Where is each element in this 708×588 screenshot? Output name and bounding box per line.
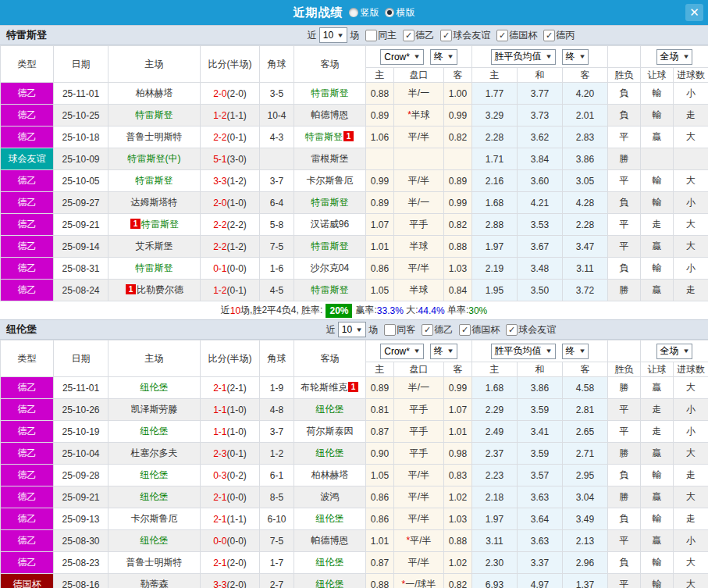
avg-draw-cell: 3.59 [518, 399, 563, 421]
home-team-name: 卡尔斯鲁厄 [131, 513, 178, 524]
odds-home-cell: 0.86 [366, 258, 394, 280]
sub-column-header-0: 主 [366, 362, 394, 377]
same-venue-checkbox[interactable]: 同客 [380, 323, 415, 337]
result-wdl-cell: 負 [608, 508, 641, 530]
dropdown-arrow-icon: ▼ [545, 53, 553, 60]
home-team-cell: 凯泽斯劳滕 [109, 399, 201, 421]
avg-final-select[interactable]: 终▼ [562, 49, 589, 65]
avg-odds-select-value: 胜平负均值 [495, 50, 542, 63]
odds-home-cell: 1.05 [366, 465, 394, 486]
corners-cell: 3-7 [260, 421, 294, 443]
league-filter-checkbox-3[interactable]: ✓德丙 [539, 29, 575, 42]
away-team-cell: 波鸿 [294, 486, 366, 508]
home-team-name: 普鲁士明斯特 [126, 131, 183, 142]
matches-count-select[interactable]: 10▼ [338, 322, 366, 337]
radio-unselected-icon[interactable] [349, 8, 358, 17]
sub-column-header-5: 客 [563, 362, 608, 377]
avg-odds-select[interactable]: 胜平负均值▼ [491, 344, 556, 359]
avg-home-cell: 1.97 [472, 508, 518, 530]
league-type-cell: 德乙 [1, 214, 54, 236]
odds-away-cell: 0.88 [444, 530, 472, 552]
checkbox-checked-icon[interactable]: ✓ [403, 30, 414, 41]
result-wdl-cell: 平 [608, 421, 641, 443]
dropdown-arrow-icon: ▼ [447, 53, 454, 60]
avg-header-group: 胜平负均值▼终▼ [472, 46, 608, 68]
match-row: 球会友谊25-10-09特雷斯登(中)5-1(3-0)雷根斯堡1.713.843… [1, 148, 708, 170]
away-team-cell: 纽伦堡 [294, 552, 366, 574]
red-card-badge: 1 [130, 219, 141, 229]
view-option-vertical[interactable]: 竖版 [349, 6, 379, 20]
red-card-badge: 1 [343, 131, 354, 141]
away-team-name: 卡尔斯鲁厄 [307, 175, 354, 186]
league-type-cell: 德乙 [1, 486, 54, 508]
league-type-cell: 德乙 [1, 280, 54, 301]
halftime-score: (1-0) [227, 198, 247, 208]
checkbox-unchecked-icon[interactable] [365, 30, 377, 41]
away-team-name: 帕德博恩 [311, 535, 349, 546]
halftime-score: (1-2) [227, 176, 247, 187]
result-goals-cell: 大 [674, 486, 708, 508]
checkbox-checked-icon[interactable]: ✓ [459, 324, 471, 336]
halftime-score: (0-0) [227, 536, 247, 547]
avg-final-select[interactable]: 终▼ [562, 344, 589, 359]
fulltime-score: 1-2 [213, 110, 226, 121]
odds-company-select[interactable]: Crow*▼ [380, 49, 424, 65]
checkbox-checked-icon[interactable]: ✓ [506, 324, 518, 336]
halftime-score: (2-2) [227, 219, 247, 230]
radio-selected-icon[interactable] [385, 8, 394, 17]
checkbox-unchecked-icon[interactable] [384, 324, 396, 336]
matches-count-select-value: 10 [342, 324, 352, 335]
result-goals-cell: 小 [674, 83, 708, 105]
matches-count-select[interactable]: 10▼ [319, 27, 347, 43]
avg-final-select-value: 终 [566, 50, 575, 63]
avg-home-cell: 2.37 [472, 443, 518, 465]
result-handicap-cell: 輸 [641, 170, 674, 192]
avg-draw-cell: 3.48 [518, 258, 563, 280]
result-handicap-cell: 輸 [641, 508, 674, 530]
scope-header-group: 全场▼ [641, 340, 708, 362]
league-filter-checkbox-2[interactable]: ✓德国杯 [493, 29, 537, 42]
summary-text-6: 大: [404, 304, 418, 317]
league-filter-checkbox-0[interactable]: ✓德乙 [418, 323, 453, 337]
home-team-cell: 特雷斯登 [109, 258, 201, 280]
close-button[interactable]: ✕ [685, 4, 703, 21]
avg-away-cell: 2.95 [563, 465, 608, 486]
handicap-cell: 平/半 [394, 552, 444, 574]
handicap-cell: *半球 [394, 105, 444, 127]
league-type-cell: 德乙 [1, 399, 54, 421]
checkbox-checked-icon[interactable]: ✓ [440, 30, 452, 41]
sub-column-header-8: 进球数 [674, 68, 708, 83]
handicap-text: 平/半 [410, 535, 431, 546]
sub-column-header-3: 主 [472, 68, 518, 83]
score-cell: 3-3(2-0) [201, 574, 260, 588]
date-cell: 25-10-19 [54, 421, 109, 443]
result-wdl-cell: 勝 [608, 486, 641, 508]
league-filter-checkbox-1[interactable]: ✓德国杯 [455, 323, 500, 337]
checkbox-checked-icon[interactable]: ✓ [496, 30, 508, 41]
league-filter-checkbox-2[interactable]: ✓球会友谊 [502, 323, 556, 337]
avg-home-cell: 2.16 [472, 170, 518, 192]
away-team-cell: 特雷斯登 [294, 280, 366, 301]
odds-final-select[interactable]: 终▼ [430, 344, 457, 359]
odds-company-select[interactable]: Crow*▼ [380, 344, 424, 359]
handicap-cell: 平/半 [394, 508, 444, 530]
same-venue-checkbox[interactable]: 同主 [361, 29, 397, 42]
league-filter-checkbox-0[interactable]: ✓德乙 [399, 29, 434, 42]
scope-select[interactable]: 全场▼ [656, 49, 693, 65]
view-option-horizontal[interactable]: 横版 [385, 6, 415, 20]
result-handicap-cell: 贏 [641, 127, 674, 148]
league-filter-checkbox-1[interactable]: ✓球会友谊 [436, 29, 490, 42]
odds-final-select[interactable]: 终▼ [430, 49, 457, 65]
fulltime-score: 2-2 [213, 132, 226, 143]
view-option-vertical-label: 竖版 [361, 6, 379, 20]
avg-home-cell: 2.29 [472, 399, 518, 421]
scope-select[interactable]: 全场▼ [656, 344, 693, 359]
score-cell: 2-3(0-1) [201, 443, 260, 465]
checkbox-checked-icon[interactable]: ✓ [422, 324, 433, 336]
checkbox-checked-icon[interactable]: ✓ [543, 30, 555, 41]
away-team-cell: 帕德博恩 [294, 105, 366, 127]
result-handicap-cell: 輸 [641, 258, 674, 280]
result-wdl-cell: 勝 [608, 280, 641, 301]
result-wdl-cell: 負 [608, 465, 641, 486]
avg-odds-select[interactable]: 胜平负均值▼ [491, 49, 556, 65]
